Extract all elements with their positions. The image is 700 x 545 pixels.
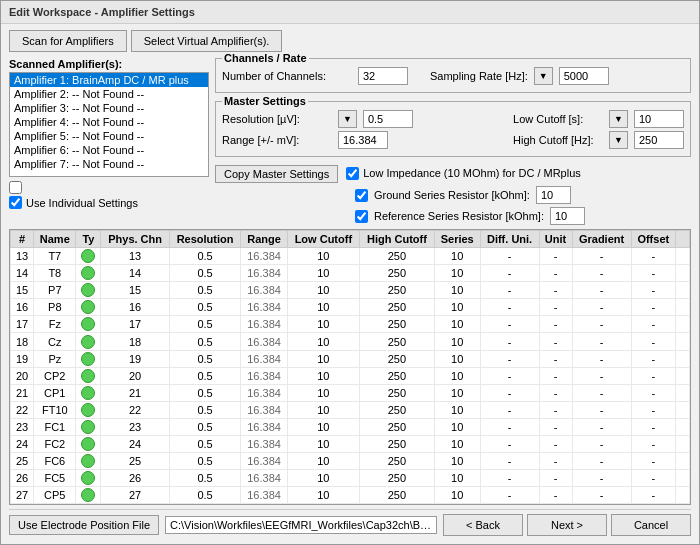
use-polybbox-checkbox[interactable] <box>9 181 22 194</box>
cell-series: 10 <box>434 248 480 265</box>
table-row[interactable]: 28 CP6 28 0.5 16.384 10 250 10 - - - - <box>11 504 690 505</box>
sampling-rate-input[interactable] <box>559 67 609 85</box>
list-item[interactable]: Amplifier 6: -- Not Found -- <box>10 143 208 157</box>
cell-gradient: - <box>572 436 631 453</box>
list-item[interactable]: Amplifier 2: -- Not Found -- <box>10 87 208 101</box>
type-icon <box>81 403 95 417</box>
channels-row: Number of Channels: Sampling Rate [Hz]: … <box>222 67 684 85</box>
cell-low-cutoff: 10 <box>287 316 359 333</box>
table-row[interactable]: 21 CP1 21 0.5 16.384 10 250 10 - - - - <box>11 384 690 401</box>
options-area: Copy Master Settings Low Impedance (10 M… <box>215 165 691 225</box>
cell-low-cutoff: 10 <box>287 299 359 316</box>
cell-series: 10 <box>434 418 480 435</box>
sampling-rate-dropdown[interactable]: ▼ <box>534 67 553 85</box>
content-area: Scan for Amplifiers Select Virtual Ampli… <box>1 24 699 544</box>
cell-range: 16.384 <box>241 487 287 504</box>
back-button[interactable]: < Back <box>443 514 523 536</box>
cell-num: 26 <box>11 470 34 487</box>
ground-resistor-checkbox[interactable] <box>355 189 368 202</box>
high-cutoff-dropdown[interactable]: ▼ <box>609 131 628 149</box>
resolution-input[interactable] <box>363 110 413 128</box>
cell-resolution: 0.5 <box>169 504 241 505</box>
table-row[interactable]: 20 CP2 20 0.5 16.384 10 250 10 - - - - <box>11 367 690 384</box>
low-cutoff-input[interactable] <box>634 110 684 128</box>
cell-filler <box>676 401 690 418</box>
use-electrode-button[interactable]: Use Electrode Position File <box>9 515 159 535</box>
col-high-cutoff: High Cutoff <box>359 231 434 248</box>
cell-range: 16.384 <box>241 265 287 282</box>
ground-resistor-input[interactable] <box>536 186 571 204</box>
table-row[interactable]: 25 FC6 25 0.5 16.384 10 250 10 - - - - <box>11 453 690 470</box>
cell-range: 16.384 <box>241 401 287 418</box>
virtual-button[interactable]: Select Virtual Amplifier(s). <box>131 30 283 52</box>
cell-filler <box>676 265 690 282</box>
cell-range: 16.384 <box>241 436 287 453</box>
table-row[interactable]: 23 FC1 23 0.5 16.384 10 250 10 - - - - <box>11 418 690 435</box>
reference-resistor-checkbox[interactable] <box>355 210 368 223</box>
cell-filler <box>676 248 690 265</box>
cell-gradient: - <box>572 384 631 401</box>
col-scroll <box>676 231 690 248</box>
cell-range: 16.384 <box>241 367 287 384</box>
top-buttons: Scan for Amplifiers Select Virtual Ampli… <box>9 30 691 52</box>
cell-diff-uni: - <box>480 436 539 453</box>
cell-offset: - <box>631 436 675 453</box>
file-path-display: C:\Vision\Workfiles\EEGfMRI_Workfiles\Ca… <box>165 516 437 534</box>
reference-resistor-input[interactable] <box>550 207 585 225</box>
scan-button[interactable]: Scan for Amplifiers <box>9 30 127 52</box>
table-row[interactable]: 27 CP5 27 0.5 16.384 10 250 10 - - - - <box>11 487 690 504</box>
cell-low-cutoff: 10 <box>287 418 359 435</box>
use-individual-checkbox[interactable] <box>9 196 22 209</box>
type-icon <box>81 420 95 434</box>
cell-name: P8 <box>34 299 76 316</box>
cell-series: 10 <box>434 453 480 470</box>
cell-num: 15 <box>11 282 34 299</box>
copy-master-button[interactable]: Copy Master Settings <box>215 165 338 183</box>
cell-phys: 27 <box>101 487 169 504</box>
table-row[interactable]: 19 Pz 19 0.5 16.384 10 250 10 - - - - <box>11 350 690 367</box>
type-icon <box>81 317 95 331</box>
cell-phys: 13 <box>101 248 169 265</box>
cell-high-cutoff: 250 <box>359 350 434 367</box>
list-item[interactable]: Amplifier 3: -- Not Found -- <box>10 101 208 115</box>
type-icon <box>81 386 95 400</box>
table-row[interactable]: 24 FC2 24 0.5 16.384 10 250 10 - - - - <box>11 436 690 453</box>
type-icon <box>81 437 95 451</box>
cell-series: 10 <box>434 470 480 487</box>
list-item[interactable]: Amplifier 5: -- Not Found -- <box>10 129 208 143</box>
list-item[interactable]: Amplifier 7: -- Not Found -- <box>10 157 208 171</box>
cell-num: 18 <box>11 333 34 350</box>
cell-high-cutoff: 250 <box>359 401 434 418</box>
cell-type <box>76 401 101 418</box>
table-row[interactable]: 15 P7 15 0.5 16.384 10 250 10 - - - - <box>11 282 690 299</box>
type-icon <box>81 266 95 280</box>
cell-resolution: 0.5 <box>169 265 241 282</box>
next-button[interactable]: Next > <box>527 514 607 536</box>
num-channels-input[interactable] <box>358 67 408 85</box>
low-impedance-checkbox[interactable] <box>346 167 359 180</box>
table-row[interactable]: 26 FC5 26 0.5 16.384 10 250 10 - - - - <box>11 470 690 487</box>
reference-resistor-label: Reference Series Resistor [kOhm]: <box>374 210 544 222</box>
cell-unit: - <box>539 248 572 265</box>
list-item[interactable]: Amplifier 1: BrainAmp DC / MR plus <box>10 73 208 87</box>
resolution-dropdown[interactable]: ▼ <box>338 110 357 128</box>
amplifier-listbox[interactable]: Amplifier 1: BrainAmp DC / MR plus Ampli… <box>9 72 209 177</box>
list-item[interactable]: Amplifier 4: -- Not Found -- <box>10 115 208 129</box>
table-row[interactable]: 16 P8 16 0.5 16.384 10 250 10 - - - - <box>11 299 690 316</box>
type-icon <box>81 300 95 314</box>
cell-gradient: - <box>572 470 631 487</box>
high-cutoff-input[interactable] <box>634 131 684 149</box>
table-row[interactable]: 18 Cz 18 0.5 16.384 10 250 10 - - - - <box>11 333 690 350</box>
cell-high-cutoff: 250 <box>359 504 434 505</box>
cell-type <box>76 299 101 316</box>
cell-series: 10 <box>434 333 480 350</box>
table-row[interactable]: 17 Fz 17 0.5 16.384 10 250 10 - - - - <box>11 316 690 333</box>
table-row[interactable]: 22 FT10 22 0.5 16.384 10 250 10 - - - - <box>11 401 690 418</box>
table-row[interactable]: 13 T7 13 0.5 16.384 10 250 10 - - - - <box>11 248 690 265</box>
channel-table-container[interactable]: # Name Ty Phys. Chn Resolution Range Low… <box>9 229 691 505</box>
cancel-button[interactable]: Cancel <box>611 514 691 536</box>
low-cutoff-dropdown[interactable]: ▼ <box>609 110 628 128</box>
title-bar: Edit Workspace - Amplifier Settings <box>1 1 699 24</box>
cell-name: CP5 <box>34 487 76 504</box>
table-row[interactable]: 14 T8 14 0.5 16.384 10 250 10 - - - - <box>11 265 690 282</box>
